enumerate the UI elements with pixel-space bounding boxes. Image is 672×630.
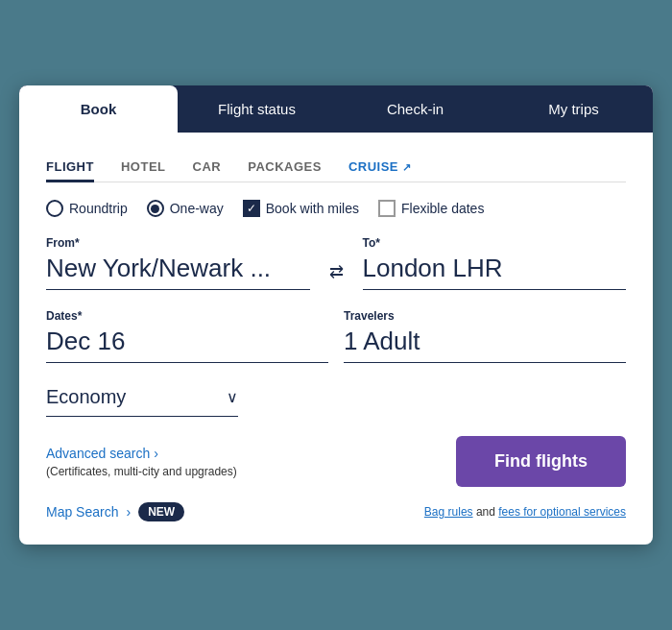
travelers-group: Travelers 1 Adult — [344, 309, 626, 363]
find-flights-button[interactable]: Find flights — [456, 436, 626, 487]
subtab-hotel[interactable]: HOTEL — [121, 152, 166, 182]
to-field-group: To* London LHR — [363, 236, 627, 290]
dates-input[interactable]: Dec 16 — [46, 327, 328, 363]
book-miles-option[interactable]: ✓ Book with miles — [243, 200, 359, 217]
trip-type-row: Roundtrip One-way ✓ Book with miles Flex… — [46, 200, 626, 217]
map-search-arrow: › — [126, 504, 131, 520]
oneway-label: One-way — [170, 201, 224, 216]
flexible-dates-option[interactable]: Flexible dates — [378, 200, 484, 217]
flexible-dates-checkbox[interactable] — [378, 200, 396, 217]
roundtrip-label: Roundtrip — [69, 201, 128, 216]
dates-group: Dates* Dec 16 — [46, 309, 328, 363]
external-link-icon: ↗ — [402, 161, 412, 173]
fees-link[interactable]: fees for optional services — [498, 505, 626, 519]
subtab-flight[interactable]: FLIGHT — [46, 152, 94, 182]
bag-rules-link[interactable]: Bag rules — [424, 505, 473, 519]
tab-flight-status[interactable]: Flight status — [178, 85, 336, 133]
dates-travelers-row: Dates* Dec 16 Travelers 1 Adult — [46, 309, 626, 363]
booking-card: Book Flight status Check-in My trips FLI… — [19, 85, 653, 545]
chevron-down-icon: ∨ — [227, 388, 238, 406]
swap-button[interactable]: ⇄ — [325, 261, 348, 290]
advanced-search-label: Advanced search — [46, 446, 150, 461]
subtab-car[interactable]: CAR — [193, 152, 222, 182]
oneway-option[interactable]: One-way — [147, 200, 224, 217]
map-search-label: Map Search — [46, 504, 118, 520]
subtab-cruise[interactable]: Cruise ↗ — [348, 152, 412, 182]
bottom-row: Advanced search › (Certificates, multi-c… — [46, 436, 626, 487]
book-miles-checkbox[interactable]: ✓ — [243, 200, 260, 217]
roundtrip-radio[interactable] — [46, 200, 63, 217]
advanced-search-arrow: › — [154, 446, 158, 461]
bag-rules-text: Bag rules and fees for optional services — [424, 505, 626, 519]
cabin-row: Economy ∨ — [46, 386, 626, 417]
new-badge: NEW — [138, 502, 184, 521]
dates-label: Dates* — [46, 309, 328, 323]
cabin-dropdown[interactable]: Economy ∨ — [46, 386, 238, 417]
map-search-link[interactable]: Map Search › NEW — [46, 502, 184, 521]
tab-my-trips[interactable]: My trips — [494, 85, 653, 133]
from-label: From* — [46, 236, 310, 250]
swap-icon: ⇄ — [329, 262, 344, 281]
book-miles-label: Book with miles — [266, 201, 359, 216]
travelers-label: Travelers — [344, 309, 626, 323]
advanced-search-note: (Certificates, multi-city and upgrades) — [46, 465, 441, 478]
top-nav: Book Flight status Check-in My trips — [19, 85, 653, 133]
main-content: FLIGHT HOTEL CAR PACKAGES Cruise ↗ Round… — [19, 133, 653, 545]
from-field-group: From* New York/Newark ... — [46, 236, 310, 290]
tab-book[interactable]: Book — [19, 85, 178, 133]
sub-nav: FLIGHT HOTEL CAR PACKAGES Cruise ↗ — [46, 152, 626, 182]
from-input[interactable]: New York/Newark ... — [46, 254, 310, 290]
map-row: Map Search › NEW Bag rules and fees for … — [46, 502, 626, 521]
bag-rules-and: and — [476, 505, 498, 519]
to-label: To* — [363, 236, 627, 250]
origin-dest-row: From* New York/Newark ... ⇄ To* London L… — [46, 236, 626, 290]
to-input[interactable]: London LHR — [363, 254, 627, 290]
roundtrip-option[interactable]: Roundtrip — [46, 200, 128, 217]
oneway-radio[interactable] — [147, 200, 164, 217]
subtab-packages[interactable]: PACKAGES — [248, 152, 322, 182]
left-links: Advanced search › (Certificates, multi-c… — [46, 446, 441, 478]
flexible-dates-label: Flexible dates — [401, 201, 484, 216]
cabin-value: Economy — [46, 386, 126, 408]
tab-checkin[interactable]: Check-in — [336, 85, 494, 133]
travelers-input[interactable]: 1 Adult — [344, 327, 626, 363]
advanced-search-link[interactable]: Advanced search › — [46, 446, 441, 461]
